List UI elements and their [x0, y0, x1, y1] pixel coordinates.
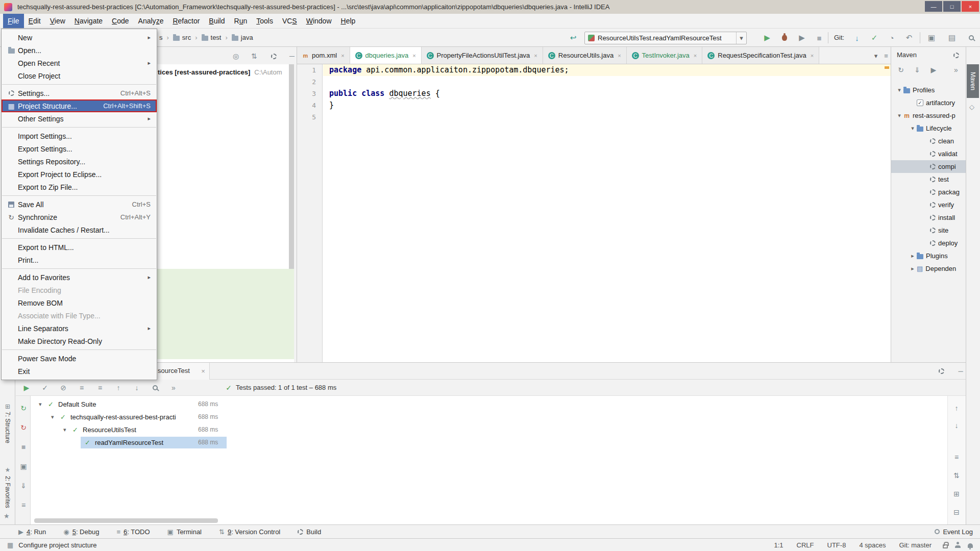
- test-tree-item-readyamlresourcetest[interactable]: ✓readYamlResourceTest688 ms: [31, 436, 357, 449]
- scroll-to-source-icon[interactable]: ⇅: [248, 50, 260, 62]
- close-button[interactable]: ×: [962, 1, 979, 12]
- stripe-button-2-favorites[interactable]: ★2: Favorites: [2, 466, 13, 517]
- status-item-utf-8[interactable]: UTF-8: [827, 541, 846, 549]
- breadcrumb-src[interactable]: src: [173, 34, 191, 41]
- maven-tree-item-install[interactable]: install: [891, 211, 966, 224]
- test-tree-item-default-suite[interactable]: ▾✓Default Suite688 ms: [31, 398, 357, 411]
- menu-view[interactable]: View: [45, 14, 70, 28]
- toolwindow-button-6-todo[interactable]: ≡6: TODO: [116, 528, 150, 536]
- file-menu-item-export-to-html[interactable]: Export to HTML...: [2, 241, 157, 254]
- git-commit-button[interactable]: ✓: [869, 32, 880, 43]
- locate-file-icon[interactable]: ◎: [230, 50, 242, 62]
- maven-tree-item-dependen[interactable]: ▸▤Dependen: [891, 262, 966, 275]
- menu-edit[interactable]: Edit: [24, 14, 45, 28]
- run-panel-settings-icon[interactable]: [935, 363, 947, 379]
- tab-close-icon[interactable]: ×: [412, 53, 415, 59]
- code-line[interactable]: }: [323, 99, 891, 111]
- file-menu-item-invalidate-caches-restart[interactable]: Invalidate Caches / Restart...: [2, 223, 157, 236]
- maven-tree-item-profiles[interactable]: ▾Profiles: [891, 84, 966, 96]
- toolwindow-button-event-log[interactable]: Event Log: [935, 528, 973, 536]
- sort-by-duration-icon[interactable]: ≡: [94, 382, 106, 394]
- chevron-down-icon[interactable]: ▾: [51, 411, 54, 423]
- chevron-down-icon[interactable]: ▾: [909, 125, 917, 132]
- tab-close-icon[interactable]: ×: [694, 53, 697, 59]
- run-configuration-select[interactable]: ResourceUtilsTest.readYamlResourceTest ▾: [584, 32, 747, 44]
- project-settings-icon[interactable]: [267, 50, 280, 62]
- scroll-to-end-icon[interactable]: ⇅: [950, 469, 963, 482]
- tab-list-icon[interactable]: ≡: [881, 47, 891, 64]
- editor-tab-resourceutils-java[interactable]: ResourceUtils.java×: [543, 47, 627, 64]
- lock-icon[interactable]: [943, 544, 948, 548]
- tab-close-icon[interactable]: ×: [811, 53, 814, 59]
- file-menu-item-add-to-favorites[interactable]: Add to Favorites▸: [2, 271, 157, 284]
- stop-button[interactable]: ■: [814, 32, 825, 43]
- code-line[interactable]: public class dbqueries {: [323, 88, 891, 99]
- rollback-button[interactable]: ↶: [903, 32, 915, 43]
- search-everywhere-button[interactable]: [966, 32, 977, 43]
- minimize-panel-icon[interactable]: ─: [954, 363, 967, 379]
- tab-close-icon[interactable]: ×: [618, 53, 621, 59]
- file-menu-item-settings[interactable]: Settings...Ctrl+Alt+S: [2, 87, 157, 99]
- combo-dropdown-icon[interactable]: ▾: [736, 32, 746, 44]
- file-menu-item-close-project[interactable]: Close Project: [2, 69, 157, 82]
- menu-tools[interactable]: Tools: [252, 14, 278, 28]
- maven-download-icon[interactable]: ⇓: [911, 63, 924, 77]
- test-tree-item-resourceutilstest[interactable]: ▾✓ResourceUtilsTest688 ms: [31, 423, 357, 436]
- code-area[interactable]: package api.common.applicaiton.zippopota…: [323, 64, 891, 362]
- maven-tree-item-site[interactable]: site: [891, 224, 966, 237]
- more-actions-icon[interactable]: »: [167, 382, 180, 394]
- restore-layout-icon[interactable]: ▤: [946, 32, 958, 43]
- maven-run-icon[interactable]: ▶: [927, 63, 940, 77]
- maven-tree-item-artifactory[interactable]: ✓artifactory: [891, 96, 966, 109]
- file-menu-item-project-structure[interactable]: ▦Project Structure...Ctrl+Alt+Shift+S: [2, 99, 157, 112]
- maven-tree-item-deploy[interactable]: deploy: [891, 237, 966, 249]
- status-item-1-1[interactable]: 1:1: [774, 541, 783, 549]
- export-results-icon[interactable]: ⊞: [950, 488, 963, 500]
- snapshot-icon[interactable]: ▣: [17, 460, 30, 472]
- menu-vcs[interactable]: VCS: [278, 14, 302, 28]
- notifications-bell-icon[interactable]: [968, 543, 973, 548]
- file-menu-item-other-settings[interactable]: Other Settings▸: [2, 112, 157, 125]
- maven-stripe-button[interactable]: Maven: [967, 64, 979, 98]
- previous-test-icon[interactable]: ↑: [112, 382, 125, 394]
- clear-output-icon[interactable]: ⊟: [950, 506, 963, 518]
- run-with-coverage-button[interactable]: ▶: [796, 32, 807, 43]
- breadcrumb-test[interactable]: test: [202, 34, 222, 41]
- menu-navigate[interactable]: Navigate: [70, 14, 107, 28]
- run-tab-close-icon[interactable]: ×: [197, 363, 209, 379]
- menu-help[interactable]: Help: [336, 14, 360, 28]
- maven-tree-item-clean[interactable]: clean: [891, 135, 966, 147]
- inspections-profile-icon[interactable]: [955, 542, 961, 548]
- chevron-down-icon[interactable]: ▾: [63, 423, 66, 436]
- profile-checkbox[interactable]: ✓: [917, 99, 923, 106]
- tab-close-icon[interactable]: ×: [534, 53, 537, 59]
- menu-refactor[interactable]: Refactor: [168, 14, 204, 28]
- file-menu-item-export-to-zip-file[interactable]: Export to Zip File...: [2, 181, 157, 193]
- editor-tab-requestspecificationtest-java[interactable]: RequestSpecificationTest.java×: [702, 47, 819, 64]
- file-menu-item-import-settings[interactable]: Import Settings...: [2, 130, 157, 142]
- rerun-failed-icon[interactable]: ↻: [17, 421, 30, 434]
- editor-tab-testinvoker-java[interactable]: TestInvoker.java×: [627, 47, 703, 64]
- menu-build[interactable]: Build: [204, 14, 229, 28]
- file-menu-item-synchronize[interactable]: ↻SynchronizeCtrl+Alt+Y: [2, 211, 157, 223]
- warning-stripe-mark[interactable]: [885, 66, 889, 69]
- maven-tree-item-rest-assured-p[interactable]: ▾rest-assured-p: [891, 109, 966, 122]
- toolwindow-button-4-run[interactable]: ▶4: Run: [18, 528, 46, 536]
- maven-reimport-icon[interactable]: ↻: [894, 63, 908, 77]
- stop-process-icon[interactable]: ■: [17, 441, 30, 453]
- editor-tab-propertyfileactionsutiltest-java[interactable]: PropertyFileActionsUtilTest.java×: [422, 47, 543, 64]
- editor-tab-pom-xml[interactable]: pom.xml×: [297, 47, 350, 64]
- toolwindow-switcher-icon[interactable]: ▦: [7, 541, 13, 549]
- menu-window[interactable]: Window: [302, 14, 336, 28]
- file-menu-item-exit[interactable]: Exit: [2, 365, 157, 378]
- maven-tree-item-test[interactable]: test: [891, 173, 966, 186]
- toolwindow-button-9-version-control[interactable]: ⇅9: Version Control: [219, 528, 280, 536]
- horizontal-scrollbar[interactable]: [34, 518, 218, 523]
- chevron-right-icon[interactable]: ▸: [909, 253, 917, 259]
- file-menu-item-make-directory-read-only[interactable]: Make Directory Read-Only: [2, 335, 157, 347]
- debug-button[interactable]: [779, 32, 790, 43]
- toolwindow-button-terminal[interactable]: ▣Terminal: [167, 528, 202, 536]
- file-menu-item-open-recent[interactable]: Open Recent▸: [2, 57, 157, 69]
- maven-tree-item-packag[interactable]: packag: [891, 186, 966, 198]
- project-scrollbar[interactable]: [289, 64, 294, 269]
